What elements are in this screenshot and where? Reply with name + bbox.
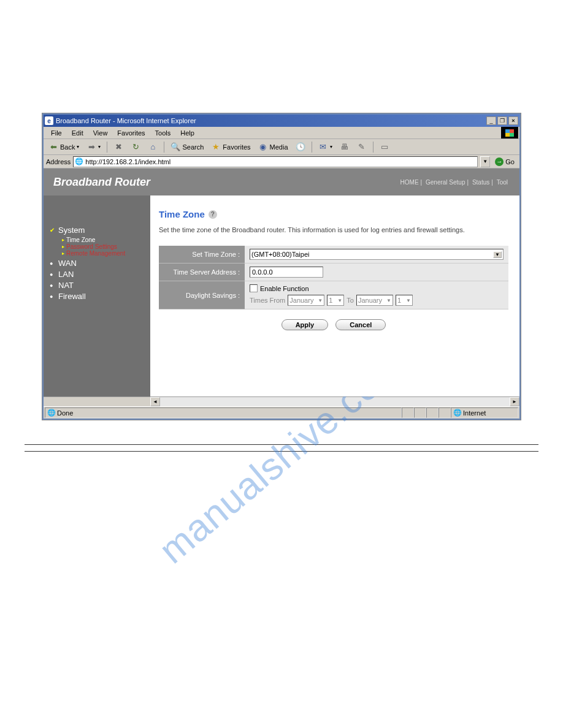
sidebar-item-lan[interactable]: LAN <box>50 270 144 279</box>
dst-from-month[interactable]: January▼ <box>288 295 324 306</box>
ie-window: e Broadband Router - Microsoft Internet … <box>42 113 521 420</box>
print-button[interactable]: 🖶 <box>337 141 352 153</box>
close-button[interactable]: × <box>508 116 518 125</box>
dst-to-day[interactable]: 1▼ <box>396 295 413 306</box>
cancel-button[interactable]: Cancel <box>335 319 386 330</box>
router-header: Broadband Router HOME| General Setup| St… <box>44 169 519 195</box>
mail-button[interactable]: ✉▾ <box>316 141 335 153</box>
label-timezone: Set Time Zone : <box>159 246 245 264</box>
scroll-right-button[interactable]: ► <box>510 397 519 406</box>
sidebar: System Time Zone Password Settings Remot… <box>44 195 150 396</box>
apply-button[interactable]: Apply <box>282 319 329 330</box>
address-input[interactable]: 🌐 http://192.168.2.1/index.html <box>73 156 478 167</box>
status-box <box>439 408 451 418</box>
page-title: Time Zone ? <box>159 209 508 219</box>
sidebar-sub-password[interactable]: Password Settings <box>62 243 144 250</box>
label-dst: Daylight Savings : <box>159 281 245 309</box>
print-icon: 🖶 <box>340 142 350 152</box>
toolbar: ⬅Back▾ ➡▾ ✖ ↻ ⌂ 🔍Search ★Favorites ◉Medi… <box>44 139 519 155</box>
address-dropdown[interactable]: ▼ <box>480 156 490 167</box>
dst-enable-label: Enable Function <box>260 285 309 292</box>
menubar: File Edit View Favorites Tools Help <box>44 127 519 139</box>
nav-tool[interactable]: Tool <box>497 179 508 186</box>
stop-icon: ✖ <box>113 142 123 152</box>
go-button[interactable]: →Go <box>492 157 517 166</box>
status-text: Done <box>57 409 73 417</box>
menu-edit[interactable]: Edit <box>67 128 88 138</box>
zone-icon: 🌐 <box>454 409 461 417</box>
home-button[interactable]: ⌂ <box>145 141 160 153</box>
home-icon: ⌂ <box>148 142 158 152</box>
timeserver-input[interactable] <box>250 267 323 278</box>
address-label: Address <box>46 158 71 165</box>
stop-button[interactable]: ✖ <box>111 141 126 153</box>
discuss-button[interactable]: ▭ <box>377 141 392 153</box>
go-icon: → <box>495 157 504 166</box>
favorites-button[interactable]: ★Favorites <box>209 141 253 153</box>
address-bar: Address 🌐 http://192.168.2.1/index.html … <box>44 155 519 169</box>
history-icon: 🕓 <box>296 142 305 152</box>
dst-range-row: Times From January▼ 1▼ To January▼ 1▼ <box>250 295 504 306</box>
sidebar-item-firewall[interactable]: Firewall <box>50 292 144 301</box>
page-content: Broadband Router HOME| General Setup| St… <box>44 169 519 406</box>
help-icon[interactable]: ? <box>209 210 217 219</box>
edit-button[interactable]: ✎ <box>354 141 369 153</box>
sidebar-item-wan[interactable]: WAN <box>50 259 144 268</box>
sidebar-sub-remote[interactable]: Remote Management <box>62 250 144 257</box>
doc-rule <box>25 444 538 445</box>
dst-to-label: To <box>347 297 354 304</box>
mail-icon: ✉ <box>318 142 328 152</box>
menu-favorites[interactable]: Favorites <box>112 128 150 138</box>
timezone-select[interactable]: (GMT+08:00)Taipei▼ <box>250 249 504 260</box>
router-nav: HOME| General Setup| Status| Tool <box>399 179 510 186</box>
sidebar-item-nat[interactable]: NAT <box>50 281 144 290</box>
back-button[interactable]: ⬅Back▾ <box>46 141 82 153</box>
refresh-button[interactable]: ↻ <box>128 141 143 153</box>
forward-icon: ➡ <box>86 142 96 152</box>
menu-help[interactable]: Help <box>175 128 199 138</box>
doc-rule <box>25 451 538 452</box>
nav-status[interactable]: Status <box>472 179 489 186</box>
status-box <box>426 408 439 418</box>
history-button[interactable]: 🕓 <box>293 141 308 153</box>
page-description: Set the time zone of the Broadband route… <box>159 226 508 235</box>
status-box <box>414 408 426 418</box>
media-icon: ◉ <box>258 142 268 152</box>
dst-enable-checkbox[interactable] <box>250 284 258 292</box>
zone-text: Internet <box>463 409 486 417</box>
refresh-icon: ↻ <box>131 142 140 152</box>
menu-tools[interactable]: Tools <box>150 128 176 138</box>
back-icon: ⬅ <box>48 142 58 152</box>
search-icon: 🔍 <box>170 142 180 152</box>
dst-to-month[interactable]: January▼ <box>356 295 393 306</box>
forward-button[interactable]: ➡▾ <box>84 141 103 153</box>
menu-file[interactable]: File <box>46 128 67 138</box>
page-icon: 🌐 <box>75 157 83 166</box>
favorites-icon: ★ <box>211 142 221 152</box>
main-panel: Time Zone ? Set the time zone of the Bro… <box>150 195 519 396</box>
status-box <box>402 408 414 418</box>
minimize-button[interactable]: _ <box>486 116 496 125</box>
done-icon: 🌐 <box>48 409 55 417</box>
media-button[interactable]: ◉Media <box>256 141 291 153</box>
window-title: Broadband Router - Microsoft Internet Ex… <box>56 117 486 124</box>
settings-form: Set Time Zone : (GMT+08:00)Taipei▼ Time … <box>159 246 508 309</box>
statusbar: 🌐 Done 🌐 Internet <box>44 406 519 419</box>
titlebar: e Broadband Router - Microsoft Internet … <box>44 115 519 127</box>
router-brand: Broadband Router <box>53 176 399 189</box>
menu-view[interactable]: View <box>88 128 113 138</box>
discuss-icon: ▭ <box>380 142 389 152</box>
horizontal-scrollbar[interactable]: ◄ ► <box>44 396 519 406</box>
dst-from-label: Times From <box>250 297 285 304</box>
scroll-left-button[interactable]: ◄ <box>150 397 160 406</box>
dst-from-day[interactable]: 1▼ <box>327 295 344 306</box>
edit-icon: ✎ <box>357 142 367 152</box>
ie-icon: e <box>45 116 53 125</box>
windows-logo-icon <box>501 127 518 138</box>
nav-general[interactable]: General Setup <box>426 179 465 186</box>
search-button[interactable]: 🔍Search <box>168 141 206 153</box>
maximize-button[interactable]: ❐ <box>497 116 507 125</box>
sidebar-sub-timezone[interactable]: Time Zone <box>62 237 144 243</box>
nav-home[interactable]: HOME <box>400 179 419 186</box>
sidebar-item-system[interactable]: System <box>50 226 144 235</box>
